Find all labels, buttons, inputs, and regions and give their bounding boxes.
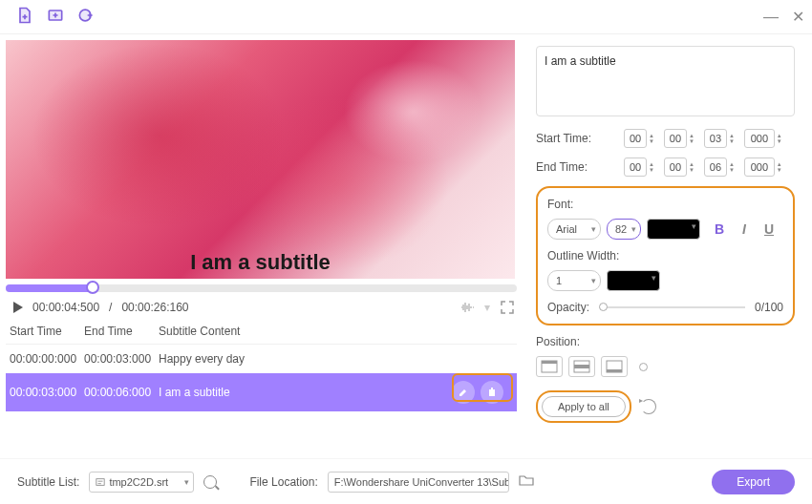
underline-button[interactable]: U [761, 221, 777, 237]
end-ms[interactable]: 000 [744, 158, 775, 177]
footer: Subtitle List: tmp2C2D.srt File Location… [0, 458, 812, 504]
end-time-row: End Time: 00▲▼ 00▲▼ 06▲▼ 000▲▼ [536, 158, 795, 177]
toolbar [15, 6, 96, 29]
waveform-icon[interactable] [459, 300, 475, 315]
cell-end: 00:00:03:000 [84, 352, 159, 366]
start-s[interactable]: 03 [704, 129, 727, 148]
stepper-arrows[interactable]: ▲▼ [689, 133, 694, 144]
play-button[interactable] [13, 302, 23, 313]
start-m[interactable]: 00 [664, 129, 687, 148]
font-label: Font: [547, 198, 783, 211]
font-color-picker[interactable] [647, 219, 700, 240]
position-middle-button[interactable] [568, 356, 595, 377]
font-name-dropdown[interactable]: Arial [547, 219, 601, 240]
end-time-label: End Time: [536, 160, 618, 174]
svg-rect-3 [542, 361, 557, 364]
timeline[interactable] [6, 284, 517, 292]
highlight-annotation [452, 373, 513, 402]
end-m[interactable]: 00 [664, 158, 687, 177]
stepper-arrows[interactable]: ▲▼ [777, 133, 782, 144]
subtitle-table-header: Start Time End Time Subtitle Content [6, 319, 517, 345]
timeline-fill [6, 284, 93, 292]
window-controls: — ✕ [763, 8, 804, 26]
subtitle-overlay: I am a subtitle [190, 250, 331, 275]
position-top-button[interactable] [536, 356, 563, 377]
import-subtitle-icon[interactable] [46, 6, 65, 29]
reset-icon[interactable] [641, 399, 656, 414]
file-location-label: File Location: [249, 475, 317, 489]
col-header-end: End Time [84, 325, 159, 338]
apply-to-all-button[interactable]: Apply to all [542, 396, 626, 417]
end-s[interactable]: 06 [704, 158, 727, 177]
italic-button[interactable]: I [737, 221, 752, 237]
svg-rect-5 [574, 365, 589, 368]
minimize-button[interactable]: — [763, 9, 779, 26]
table-row[interactable]: 00:00:03:000 00:00:06:000 I am a subtitl… [6, 373, 517, 411]
cell-end: 00:00:06:000 [84, 386, 159, 399]
start-time-label: Start Time: [536, 132, 618, 145]
add-file-icon[interactable] [15, 6, 34, 29]
file-location-input[interactable]: F:\Wondershare UniConverter 13\SubEdi [328, 472, 509, 493]
svg-rect-8 [96, 478, 104, 485]
position-custom-toggle[interactable] [639, 363, 648, 371]
font-size-dropdown[interactable]: 82 [607, 219, 641, 240]
start-time-row: Start Time: 00▲▼ 00▲▼ 03▲▼ 000▲▼ [536, 129, 795, 148]
stepper-arrows[interactable]: ▲▼ [777, 161, 782, 173]
opacity-label: Opacity: [547, 301, 589, 314]
col-header-content: Subtitle Content [159, 325, 513, 338]
cell-content: I am a subtitle [159, 386, 452, 399]
export-button[interactable]: Export [712, 470, 795, 494]
font-section: Font: Arial 82 B I U Outline Width: 1 Op… [536, 186, 795, 326]
outline-width-dropdown[interactable]: 1 [547, 270, 601, 291]
fullscreen-icon[interactable] [500, 300, 515, 315]
auto-subtitle-icon[interactable] [76, 6, 96, 29]
cell-content: Happy every day [159, 352, 513, 366]
start-h[interactable]: 00 [624, 129, 647, 148]
start-ms[interactable]: 000 [744, 129, 775, 148]
video-preview[interactable]: I am a subtitle [6, 40, 515, 279]
folder-icon[interactable] [519, 473, 534, 490]
stepper-arrows[interactable]: ▲▼ [649, 161, 654, 173]
time-total: 00:00:26:160 [121, 301, 188, 314]
preview-panel: I am a subtitle 00:00:04:500/00:00:26:16… [0, 34, 523, 458]
time-current: 00:00:04:500 [32, 301, 99, 314]
stepper-arrows[interactable]: ▲▼ [729, 133, 735, 144]
editor-panel: I am a subtitle Start Time: 00▲▼ 00▲▼ 03… [523, 34, 812, 458]
outline-label: Outline Width: [547, 249, 783, 262]
timeline-handle[interactable] [86, 281, 99, 294]
highlight-annotation: Apply to all [536, 390, 631, 423]
subtitle-file-dropdown[interactable]: tmp2C2D.srt [89, 472, 194, 493]
end-h[interactable]: 00 [624, 158, 647, 177]
stepper-arrows[interactable]: ▲▼ [649, 133, 654, 144]
col-header-start: Start Time [10, 325, 84, 338]
subtitle-list-label: Subtitle List: [17, 475, 79, 489]
opacity-handle[interactable] [599, 303, 608, 311]
position-bottom-button[interactable] [601, 356, 628, 377]
outline-color-picker[interactable] [607, 270, 660, 291]
subtitle-text-input[interactable]: I am a subtitle [536, 46, 795, 116]
stepper-arrows[interactable]: ▲▼ [729, 161, 735, 173]
position-label: Position: [536, 335, 795, 348]
close-button[interactable]: ✕ [792, 8, 804, 26]
cell-start: 00:00:03:000 [10, 386, 84, 399]
stepper-arrows[interactable]: ▲▼ [689, 161, 694, 173]
search-icon[interactable] [203, 475, 217, 489]
table-row[interactable]: 00:00:00:000 00:00:03:000 Happy every da… [6, 345, 517, 373]
cell-start: 00:00:00:000 [10, 352, 84, 366]
svg-rect-7 [607, 369, 622, 372]
position-row [536, 356, 795, 377]
playback-controls: 00:00:04:500/00:00:26:160 ▾ [6, 296, 517, 319]
opacity-value: 0/100 [755, 301, 783, 314]
titlebar: — ✕ [0, 0, 812, 34]
bold-button[interactable]: B [712, 221, 727, 237]
opacity-slider[interactable] [599, 306, 745, 308]
